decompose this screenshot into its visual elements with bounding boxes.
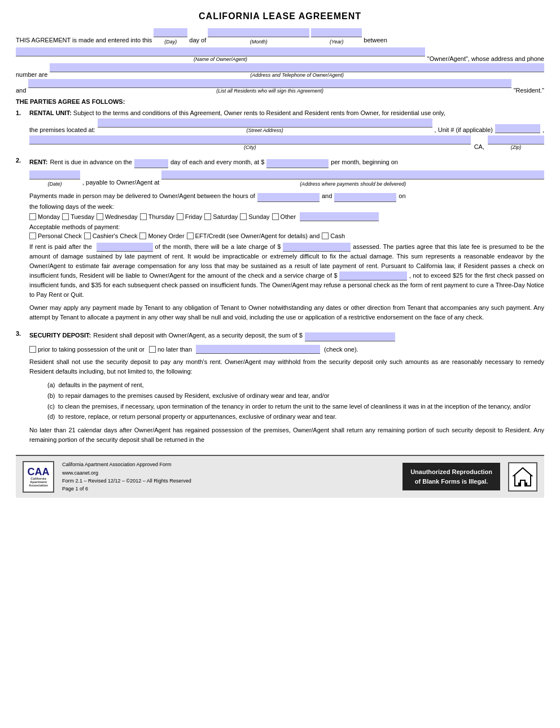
- section2: 2. RENT: Rent is due in advance on the d…: [16, 157, 544, 326]
- rent-mid2: per month, beginning on: [331, 157, 398, 168]
- cash-checkbox[interactable]: [322, 233, 329, 239]
- hours-from-input[interactable]: [257, 193, 320, 202]
- acceptable-label: Acceptable methods of payment:: [29, 223, 544, 230]
- hours-to-input[interactable]: [334, 193, 396, 202]
- city-label: (City): [29, 144, 471, 150]
- footer-website: www.caanet.org: [62, 469, 395, 477]
- intro-day-of: day of: [189, 35, 206, 46]
- tuesday-checkbox[interactable]: [62, 213, 69, 220]
- svg-marker-1: [514, 468, 532, 476]
- payment-address-wrap: (Address where payments should be delive…: [161, 170, 544, 188]
- rent-day-input[interactable]: [134, 159, 168, 168]
- year-input[interactable]: [311, 28, 362, 37]
- cb-eft: EFT/Credit (see Owner/Agent for details)…: [187, 233, 320, 239]
- friday-checkbox[interactable]: [177, 213, 183, 220]
- cashiers-check-checkbox[interactable]: [84, 233, 91, 239]
- street-address-wrap: (Street Address): [98, 119, 432, 133]
- equal-housing-icon: EQUAL HOUSING: [511, 466, 534, 488]
- intro-line1-pre: THIS AGREEMENT is made and entered into …: [16, 35, 152, 46]
- day-input[interactable]: [154, 28, 187, 37]
- prior-possession-checkbox[interactable]: [29, 346, 36, 353]
- address-phone-label: (Address and Telephone of Owner/Agent): [50, 72, 544, 78]
- unauthorized-box: Unauthorized Reproduction of Blank Forms…: [403, 463, 500, 490]
- payment-hours-pre: Payments made in person may be delivered…: [29, 191, 255, 202]
- payment-hours-and: and: [322, 191, 332, 202]
- svg-marker-0: [514, 468, 532, 486]
- unit-input[interactable]: [495, 124, 540, 133]
- checkbox-monday: Monday: [29, 213, 60, 220]
- footer-approved: California Apartment Association Approve…: [62, 461, 395, 468]
- resident-field-wrap: (List all Residents who will sign this A…: [28, 79, 511, 94]
- day-label: (Day): [154, 37, 187, 46]
- thursday-checkbox[interactable]: [140, 213, 147, 220]
- section1-content: RENTAL UNIT: Subject to the terms and co…: [29, 109, 544, 152]
- rent-mid1: day of each and every month, at $: [170, 157, 264, 168]
- check2-label: no later than: [158, 346, 192, 353]
- other-days-input[interactable]: [300, 212, 379, 221]
- list-label-a: (a): [47, 380, 55, 391]
- list-label-d: (d): [47, 411, 55, 422]
- beginning-date-input[interactable]: [29, 170, 80, 179]
- unauthorized-line2: of Blank Forms is Illegal.: [415, 478, 488, 485]
- security-pre: Resident shall deposit with Owner/Agent,…: [93, 330, 303, 341]
- zip-input[interactable]: [488, 135, 544, 144]
- owner-agent-field-wrap: (Name of Owner/Agent): [16, 47, 425, 62]
- sunday-checkbox[interactable]: [240, 213, 247, 220]
- eft-checkbox[interactable]: [187, 233, 194, 239]
- monday-checkbox[interactable]: [29, 213, 36, 220]
- footer-page: Page 1 of 6: [62, 485, 395, 493]
- cb-money-order: Money Order: [139, 233, 184, 239]
- address-phone-wrap: (Address and Telephone of Owner/Agent): [50, 63, 544, 78]
- footer-form-info: Form 2.1 – Revised 12/12 – ©2012 – All R…: [62, 477, 395, 485]
- year-field-wrap: (Year): [311, 28, 362, 46]
- zip-wrap: (Zip): [488, 135, 544, 150]
- other-checkbox[interactable]: [272, 213, 279, 220]
- premises-pre: the premises located at:: [29, 126, 95, 133]
- service-charge-input[interactable]: [339, 271, 407, 280]
- payment-address-input[interactable]: [161, 170, 544, 179]
- resident-suffix: "Resident.": [514, 87, 544, 94]
- security-para1: Resident shall not use the security depo…: [29, 357, 544, 376]
- personal-check-checkbox[interactable]: [29, 233, 36, 239]
- resident-input[interactable]: [28, 79, 511, 88]
- street-label: (Street Address): [98, 128, 432, 133]
- list-label-b: (b): [47, 391, 55, 401]
- city-input[interactable]: [29, 135, 471, 144]
- svg-text:EQUAL HOUSING: EQUAL HOUSING: [516, 488, 534, 488]
- section1-heading: RENTAL UNIT:: [29, 109, 72, 116]
- rent-pre: Rent is due in advance on the: [50, 157, 132, 168]
- wednesday-checkbox[interactable]: [97, 213, 103, 220]
- check1-label: prior to taking possession of the unit o…: [38, 346, 145, 353]
- number-are-label: number are: [16, 71, 47, 78]
- svg-rect-3: [525, 483, 527, 486]
- cb-no-later-than: no later than (check one).: [149, 345, 358, 354]
- page: CALIFORNIA LEASE AGREEMENT THIS AGREEMEN…: [0, 0, 560, 728]
- no-later-checkbox[interactable]: [149, 346, 156, 353]
- saturday-checkbox[interactable]: [204, 213, 211, 220]
- security-list: (a) defaults in the payment of rent, (b)…: [47, 380, 544, 422]
- money-order-checkbox[interactable]: [139, 233, 146, 239]
- no-later-date-input[interactable]: [196, 345, 320, 354]
- list-text-a: defaults in the payment of rent,: [58, 380, 143, 391]
- checkbox-other: Other: [272, 212, 379, 221]
- owner-agent-label: (Name of Owner/Agent): [16, 56, 425, 62]
- month-input[interactable]: [208, 28, 309, 37]
- equal-housing-logo: EQUAL HOUSING: [508, 462, 537, 492]
- owner-agent-input[interactable]: [16, 47, 425, 56]
- address-phone-input[interactable]: [50, 63, 544, 72]
- late-fee-amount-input[interactable]: [283, 243, 351, 252]
- month-field-wrap: (Month): [208, 28, 309, 46]
- city-wrap: (City): [29, 135, 471, 150]
- cb-prior-possession: prior to taking possession of the unit o…: [29, 346, 145, 353]
- list-item-b: (b) to repair damages to the premises ca…: [47, 391, 544, 401]
- cb-cashiers-check: Cashier's Check: [84, 233, 138, 239]
- security-deposit-input[interactable]: [305, 332, 395, 341]
- late-fee-day-input[interactable]: [97, 243, 153, 252]
- payment-address-label: (Address where payments should be delive…: [161, 179, 544, 188]
- unauthorized-line1: Unauthorized Reproduction: [410, 468, 492, 475]
- section1-num: 1.: [16, 109, 26, 152]
- svg-rect-2: [518, 483, 520, 486]
- street-address-input[interactable]: [98, 119, 432, 128]
- ca-text: CA,: [474, 143, 484, 150]
- rent-amount-input[interactable]: [266, 159, 329, 168]
